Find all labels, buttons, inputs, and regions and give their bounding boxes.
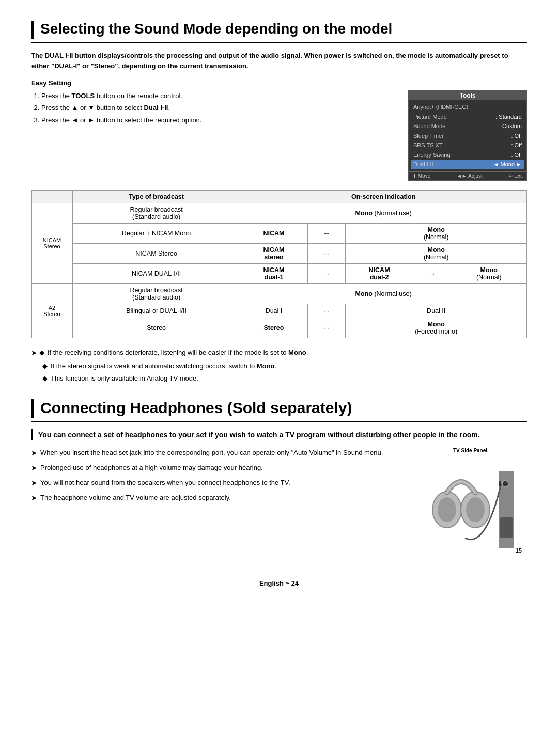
col-header-indication: On-screen indication (240, 190, 527, 203)
headphone-diagram-svg (419, 455, 522, 559)
svg-rect-3 (499, 481, 501, 486)
section1-subtitle: depending on the model (221, 21, 392, 37)
tools-row-dual: Dual I-II ◄ Mono ► (411, 160, 524, 169)
ind-mono-normal1: Mono(Normal) (346, 223, 527, 243)
arrow4: → (413, 263, 451, 284)
type-regular-a2: Regular broadcast(Standard audio) (73, 284, 240, 304)
arrow-right-icon: ➤ (31, 348, 37, 358)
tools-footer-exit: ↩ Exit (509, 173, 523, 179)
tools-footer: ⬆ Move ◄► Adjust ↩ Exit (409, 171, 526, 180)
section2-heading: Connecting Headphones (Sold separately) (31, 399, 527, 422)
easy-setting-label: Easy Setting (31, 79, 527, 87)
arrow2: ↔ (307, 243, 346, 263)
tools-row-sleep: Sleep Timer : Off (413, 131, 522, 141)
ind-nicam-stereo: NICAMstereo (240, 243, 307, 263)
nicam-label: NICAMStereo (32, 203, 73, 284)
type-regular-nicam: Regular broadcast(Standard audio) (73, 203, 240, 223)
col-header-1 (32, 190, 73, 203)
ind-dual-ii: Dual II (346, 304, 527, 318)
table-row: Stereo Stereo ↔ Mono(Forced mono) (32, 318, 527, 338)
bullet-item-1: ➤ When you insert the head set jack into… (31, 448, 403, 459)
bullet-item-3: ➤ You will not hear sound from the speak… (31, 478, 403, 489)
ind-dual-i: Dual I (240, 304, 307, 318)
tools-footer-adjust: ◄► Adjust (457, 173, 483, 179)
arrow1: ↔ (307, 223, 346, 243)
note-text-2: If the stereo signal is weak and automat… (51, 361, 276, 371)
ind-mono-normal2: Mono(Normal) (346, 243, 527, 263)
section2-title: Connecting Headphones (Sold separately) (40, 399, 352, 417)
table-row: Bilingual or DUAL-I/II Dual I ↔ Dual II (32, 304, 527, 318)
arrow5: ↔ (307, 304, 346, 318)
section2: Connecting Headphones (Sold separately) … (31, 399, 527, 559)
tools-value-picture: : Standard (495, 113, 522, 121)
tools-row-sound: Sound Mode : Custom (413, 121, 522, 131)
bullet-text-3: You will not hear sound from the speaker… (40, 478, 290, 488)
indication-mono-nicam: Mono (Normal use) (240, 203, 527, 223)
headphone-text: ➤ When you insert the head set jack into… (31, 448, 403, 559)
section1-title: Selecting the Sound Mode (40, 21, 221, 37)
table-row: A2Stereo Regular broadcast(Standard audi… (32, 284, 527, 304)
tools-value-energy: : Off (511, 151, 522, 160)
note-text-3: This function is only available in Analo… (51, 373, 198, 384)
ind-nicam-dual1: NICAMdual-1 (240, 263, 307, 284)
table-row: NICAM Stereo NICAMstereo ↔ Mono(Normal) (32, 243, 527, 263)
bullet-arrow-3: ➤ (31, 478, 37, 489)
note-text-1: If the receiving conditions deteriorate,… (48, 348, 308, 358)
tools-label-energy: Energy Saving (413, 151, 451, 160)
section2-bar (31, 399, 34, 418)
page-number: 15 (516, 547, 522, 554)
note-item-2: ◆ If the stereo signal is weak and autom… (42, 361, 527, 371)
arrow3: → (307, 263, 346, 284)
svg-point-5 (438, 497, 456, 522)
easy-setting-area: Press the TOOLS button on the remote con… (31, 90, 527, 181)
headphone-diagram: TV Side Panel (413, 448, 527, 559)
tools-row-picture: Picture Mode : Standard (413, 112, 522, 122)
bullet-arrow-4: ➤ (31, 493, 37, 503)
section1-bar (31, 21, 34, 39)
table-row: NICAM DUAL-I/II NICAMdual-1 → NICAMdual-… (32, 263, 527, 284)
tools-label-sleep: Sleep Timer (413, 132, 444, 140)
indication-mono-a2: Mono (Normal use) (240, 284, 527, 304)
a2-label: A2Stereo (32, 284, 73, 338)
ind-mono-normal3: Mono(Normal) (451, 263, 527, 284)
tools-label-dual: Dual I-II (413, 160, 433, 169)
bullet-text-2: Prolonged use of headphones at a high vo… (40, 463, 263, 473)
bullet-text-1: When you insert the head set jack into t… (40, 448, 383, 458)
type-nicam-mono: Regular + NICAM Mono (73, 223, 240, 243)
tools-value-sleep: : Off (511, 132, 522, 140)
bullet-item-2: ➤ Prolonged use of headphones at a high … (31, 463, 403, 474)
tools-footer-move: ⬆ Move (412, 173, 430, 179)
diamond-icon-3: ◆ (42, 373, 48, 384)
steps-ol: Press the TOOLS button on the remote con… (41, 90, 393, 126)
footer-label: English ~ 24 (259, 579, 299, 587)
tools-rows: Anynet+ (HDMI-CEC) Picture Mode : Standa… (409, 100, 526, 171)
tools-row-anynet: Anynet+ (HDMI-CEC) (413, 102, 522, 112)
tools-value-srs: : Off (511, 141, 522, 150)
tools-value-sound: : Custom (499, 122, 522, 131)
type-nicam-stereo: NICAM Stereo (73, 243, 240, 263)
section1-intro: The DUAL I-II button displays/controls t… (31, 51, 527, 71)
bullet-text-4: The headphone volume and TV volume are a… (40, 493, 231, 503)
tools-label-picture: Picture Mode (413, 113, 447, 121)
note-item-3: ◆ This function is only available in Ana… (42, 373, 527, 384)
ind-mono-forced: Mono(Forced mono) (346, 318, 527, 338)
table-row: Regular + NICAM Mono NICAM ↔ Mono(Normal… (32, 223, 527, 243)
broadcast-table: Type of broadcast On-screen indication N… (31, 190, 527, 338)
tools-label-anynet: Anynet+ (HDMI-CEC) (413, 103, 468, 112)
section1-heading: Selecting the Sound Mode depending on th… (31, 21, 527, 43)
headphone-area: ➤ When you insert the head set jack into… (31, 448, 527, 559)
type-bilingual: Bilingual or DUAL-I/II (73, 304, 240, 318)
section2-intro-text: You can connect a set of headphones to y… (38, 431, 480, 439)
bullet-arrow-2: ➤ (31, 463, 37, 474)
step-3: Press the ◄ or ► button to select the re… (41, 114, 393, 126)
tools-label-srs: SRS TS XT (413, 141, 443, 150)
note-item-1: ➤ ◆ If the receiving conditions deterior… (31, 348, 527, 358)
tools-title: Tools (409, 91, 526, 100)
type-nicam-dual: NICAM DUAL-I/II (73, 263, 240, 284)
tv-side-label: TV Side Panel (413, 448, 527, 453)
col-header-type: Type of broadcast (73, 190, 240, 203)
svg-rect-1 (500, 517, 513, 538)
ind-nicam-dual2: NICAMdual-2 (346, 263, 413, 284)
tools-row-srs: SRS TS XT : Off (413, 140, 522, 150)
section2-intro: You can connect a set of headphones to y… (31, 429, 527, 440)
